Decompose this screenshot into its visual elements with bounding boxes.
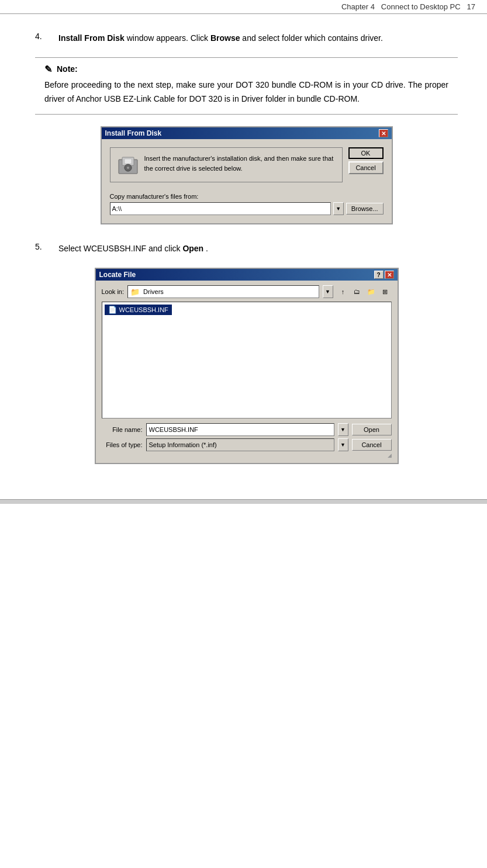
locate-open-button[interactable]: Open: [352, 424, 392, 435]
toolbar-view-button[interactable]: ⊞: [379, 285, 392, 298]
install-ok-button[interactable]: OK: [348, 147, 384, 159]
step-4: 4. Install From Disk window appears. Cli…: [35, 32, 458, 46]
step-5-prefix: Select WCEUSBSH.INF and click: [58, 244, 182, 253]
toolbar-folder-button[interactable]: 🗂: [351, 285, 364, 298]
look-in-label: Look in:: [102, 288, 125, 295]
look-in-toolbar: ↑ 🗂 📁 ⊞: [337, 285, 392, 298]
install-dialog-close[interactable]: ✕: [379, 129, 388, 137]
locate-dialog-controls[interactable]: ? ✕: [374, 271, 394, 279]
step-5-suffix: .: [206, 244, 208, 253]
locate-close-button[interactable]: ✕: [385, 271, 394, 279]
file-item[interactable]: 📄 WCEUSBSH.INF: [105, 305, 172, 315]
locate-dialog-title: Locate File: [99, 271, 136, 279]
look-in-row: Look in: 📁 Drivers ▼ ↑ 🗂 📁 ⊞: [102, 285, 392, 298]
copy-browse-button[interactable]: Browse...: [346, 203, 384, 215]
file-icon: 📄: [108, 306, 117, 314]
toolbar-up-button[interactable]: ↑: [337, 285, 350, 298]
header-title: Connect to Desktop PC: [381, 2, 461, 11]
locate-dialog: Locate File ? ✕ Look in: 📁 Dr: [95, 268, 399, 464]
locate-filetype-label: Files of type:: [102, 441, 143, 448]
bottom-bar: [0, 499, 487, 504]
install-cancel-button[interactable]: Cancel: [348, 161, 384, 174]
locate-filename-input[interactable]: [146, 423, 334, 436]
help-icon: ?: [377, 272, 380, 278]
copy-row: ▼ Browse...: [110, 202, 384, 215]
copy-label: Copy manufacturer's files from:: [110, 193, 384, 200]
locate-bottom: File name: ▼ Open Files of type: ▼ Cance…: [102, 423, 392, 451]
step-4-mid: window appears. Click: [127, 33, 210, 43]
note-body: Before proceeding to the next step, make…: [44, 78, 448, 106]
svg-point-4: [127, 167, 129, 169]
locate-filetype-input: [146, 438, 334, 451]
step-4-bold2: Browse: [210, 33, 240, 43]
header-chapter-num: 4: [371, 2, 375, 11]
install-dialog-inner-text: Insert the manufacturer's installation d…: [144, 154, 335, 173]
file-name-display: WCEUSBSH.INF: [119, 306, 168, 313]
locate-dialog-titlebar: Locate File ? ✕: [96, 269, 398, 281]
install-dialog-title: Install From Disk: [105, 129, 162, 137]
step-4-suffix: and select folder which contains driver.: [242, 33, 382, 43]
header-page: 17: [467, 2, 475, 11]
install-disk-screenshot: Install From Disk ✕: [35, 126, 458, 224]
file-area: 📄 WCEUSBSH.INF: [102, 302, 392, 419]
install-dialog: Install From Disk ✕: [101, 126, 393, 224]
locate-filename-label: File name:: [102, 426, 143, 433]
step-4-text: Install From Disk window appears. Click …: [58, 32, 383, 46]
install-dialog-titlebar: Install From Disk ✕: [102, 127, 392, 139]
step-5-bold: Open: [182, 244, 203, 253]
look-in-arrow[interactable]: ▼: [323, 285, 333, 298]
resize-grip: ◢: [102, 452, 392, 458]
locate-cancel-button[interactable]: Cancel: [352, 439, 392, 451]
toolbar-new-folder-button[interactable]: 📁: [365, 285, 378, 298]
look-in-value: Drivers: [143, 288, 164, 295]
pencil-icon: ✎: [44, 64, 52, 75]
header-chapter: Chapter: [341, 2, 368, 11]
page-header: Chapter 4 Connect to Desktop PC 17: [0, 0, 487, 14]
locate-help-button[interactable]: ?: [374, 271, 384, 279]
step-4-number: 4.: [35, 32, 58, 46]
copy-dropdown-arrow[interactable]: ▼: [333, 202, 344, 215]
copy-input[interactable]: [110, 202, 331, 215]
locate-filename-row: File name: ▼ Open: [102, 423, 392, 436]
locate-filename-arrow[interactable]: ▼: [338, 423, 348, 436]
look-in-dropdown[interactable]: 📁 Drivers: [127, 285, 319, 298]
disk-icon: [118, 155, 139, 176]
step-5-text: Select WCEUSBSH.INF and click Open .: [58, 242, 208, 256]
install-dialog-inner: Insert the manufacturer's installation d…: [110, 147, 343, 182]
close-icon: ✕: [381, 130, 386, 137]
main-content: 4. Install From Disk window appears. Cli…: [0, 14, 487, 499]
locate-close-icon: ✕: [387, 272, 392, 278]
folder-icon: 📁: [130, 288, 140, 296]
locate-file-screenshot: Locate File ? ✕ Look in: 📁 Dr: [35, 268, 458, 464]
note-title: ✎ Note:: [44, 64, 448, 75]
locate-filetype-arrow[interactable]: ▼: [338, 438, 348, 451]
step-4-bold1: Install From Disk: [58, 33, 125, 43]
svg-rect-2: [125, 159, 132, 164]
step-5-number: 5.: [35, 242, 58, 256]
install-dialog-body: Insert the manufacturer's installation d…: [102, 139, 392, 223]
note-title-text: Note:: [57, 64, 78, 74]
locate-filetype-row: Files of type: ▼ Cancel: [102, 438, 392, 451]
step-5: 5. Select WCEUSBSH.INF and click Open .: [35, 242, 458, 256]
install-dialog-controls[interactable]: ✕: [379, 129, 388, 137]
install-dialog-actions: OK Cancel: [348, 147, 384, 191]
locate-dialog-body: Look in: 📁 Drivers ▼ ↑ 🗂 📁 ⊞: [96, 281, 398, 463]
note-box: ✎ Note: Before proceeding to the next st…: [35, 57, 458, 115]
